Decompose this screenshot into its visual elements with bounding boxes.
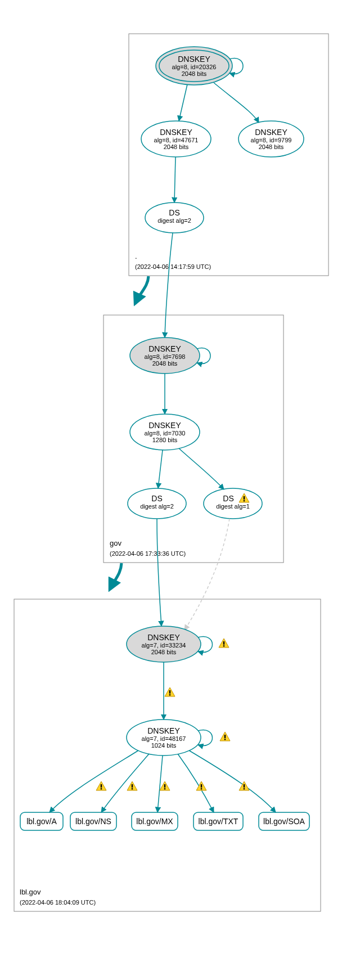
svg-text:lbl.gov/TXT: lbl.gov/TXT: [199, 817, 238, 826]
zone-root: . (2022-04-06 14:17:59 UTC) DNSKEY alg=8…: [129, 34, 328, 276]
node-root-ds[interactable]: DS digest alg=2: [145, 203, 204, 233]
zone-root-timestamp: (2022-04-06 14:17:59 UTC): [135, 263, 211, 270]
svg-text:2048 bits: 2048 bits: [151, 649, 177, 655]
svg-text:alg=8, id=7698: alg=8, id=7698: [145, 353, 186, 360]
node-root-zsk2[interactable]: DNSKEY alg=8, id=9799 2048 bits: [238, 121, 304, 157]
node-root-zsk1[interactable]: DNSKEY alg=8, id=47671 2048 bits: [141, 121, 211, 157]
edge-lbl-zsk-ns: [101, 754, 149, 812]
svg-text:(2022-04-06 17:33:36 UTC): (2022-04-06 17:33:36 UTC): [110, 550, 186, 557]
svg-text:DNSKEY: DNSKEY: [255, 128, 287, 137]
svg-text:DS: DS: [223, 494, 233, 503]
zone-gov: gov (2022-04-06 17:33:36 UTC) DNSKEY alg…: [104, 233, 284, 563]
node-lbl-txt[interactable]: lbl.gov/TXT: [194, 812, 243, 830]
svg-text:alg=8, id=7030: alg=8, id=7030: [145, 430, 186, 437]
svg-text:DNSKEY: DNSKEY: [148, 421, 181, 430]
node-lbl-zsk[interactable]: DNSKEY alg=7, id=48167 1024 bits: [127, 720, 201, 756]
warning-icon: [220, 732, 230, 741]
edge-root-ksk-zsk1: [179, 84, 187, 121]
warning-icon: [96, 781, 106, 790]
svg-text:DNSKEY: DNSKEY: [178, 55, 210, 64]
svg-text:DNSKEY: DNSKEY: [148, 344, 181, 353]
svg-text:lbl.gov/MX: lbl.gov/MX: [136, 817, 173, 826]
zone-lblgov: lbl.gov (2022-04-06 18:04:09 UTC) DNSKEY…: [14, 519, 321, 911]
svg-text:alg=8, id=9799: alg=8, id=9799: [251, 137, 292, 143]
svg-text:alg=8, id=47671: alg=8, id=47671: [154, 137, 199, 143]
svg-text:alg=7, id=48167: alg=7, id=48167: [142, 735, 186, 742]
svg-text:digest alg=1: digest alg=1: [216, 503, 250, 510]
svg-text:digest alg=2: digest alg=2: [158, 217, 191, 224]
svg-text:alg=7, id=33234: alg=7, id=33234: [142, 642, 186, 649]
warning-icon: [165, 687, 175, 696]
warning-icon: [160, 781, 170, 790]
edge-gov-zsk-ds2: [179, 448, 224, 489]
edge-gov-ds1-lbl-ksk: [157, 519, 161, 626]
edge-gov-ds2-lbl-ksk: [184, 519, 230, 630]
zone-arrow-root-gov: [135, 276, 148, 304]
svg-text:2048 bits: 2048 bits: [164, 143, 189, 150]
svg-text:DNSKEY: DNSKEY: [147, 726, 180, 735]
warning-icon: [127, 781, 137, 790]
svg-text:lbl.gov/NS: lbl.gov/NS: [75, 817, 111, 826]
svg-text:1024 bits: 1024 bits: [151, 742, 177, 749]
zone-arrow-gov-lbl: [110, 563, 122, 590]
svg-text:(2022-04-06 18:04:09 UTC): (2022-04-06 18:04:09 UTC): [20, 899, 96, 906]
edge-gov-zsk-ds1: [158, 450, 163, 488]
svg-text:1280 bits: 1280 bits: [152, 437, 178, 443]
node-gov-zsk[interactable]: DNSKEY alg=8, id=7030 1280 bits: [130, 414, 200, 450]
edge-root-ksk-zsk2: [214, 83, 259, 123]
edge-lbl-zsk-soa: [189, 750, 276, 812]
node-lbl-ksk[interactable]: DNSKEY alg=7, id=33234 2048 bits: [127, 626, 201, 662]
edge-root-ds-gov-ksk: [165, 233, 173, 338]
zone-root-label: .: [135, 252, 137, 260]
node-gov-ksk[interactable]: DNSKEY alg=8, id=7698 2048 bits: [130, 338, 200, 374]
svg-text:DS: DS: [169, 208, 179, 217]
node-gov-ds1[interactable]: DS digest alg=2: [128, 488, 186, 519]
node-root-ksk[interactable]: DNSKEY alg=8, id=20326 2048 bits: [156, 47, 232, 85]
zone-gov-label: gov: [110, 539, 122, 547]
svg-text:alg=8, id=20326: alg=8, id=20326: [172, 64, 217, 70]
svg-text:digest alg=2: digest alg=2: [140, 503, 174, 510]
svg-text:lbl.gov/A: lbl.gov/A: [26, 817, 57, 826]
edge-root-zsk1-ds: [174, 157, 176, 203]
node-lbl-soa[interactable]: lbl.gov/SOA: [259, 812, 309, 830]
svg-text:DNSKEY: DNSKEY: [160, 128, 192, 137]
svg-text:2048 bits: 2048 bits: [182, 70, 207, 77]
node-gov-ds2[interactable]: DS digest alg=1: [204, 488, 262, 519]
svg-text:2048 bits: 2048 bits: [152, 360, 178, 367]
svg-text:2048 bits: 2048 bits: [259, 143, 284, 150]
warning-icon: [196, 781, 206, 790]
node-lbl-mx[interactable]: lbl.gov/MX: [132, 812, 178, 830]
warning-icon: [219, 639, 229, 648]
zone-lblgov-label: lbl.gov: [20, 888, 41, 896]
svg-text:DNSKEY: DNSKEY: [147, 633, 180, 642]
node-lbl-ns[interactable]: lbl.gov/NS: [70, 812, 116, 830]
svg-text:lbl.gov/SOA: lbl.gov/SOA: [263, 817, 305, 826]
node-lbl-a[interactable]: lbl.gov/A: [20, 812, 63, 830]
svg-text:DS: DS: [151, 494, 162, 503]
edge-lbl-zsk-mx: [158, 756, 163, 812]
